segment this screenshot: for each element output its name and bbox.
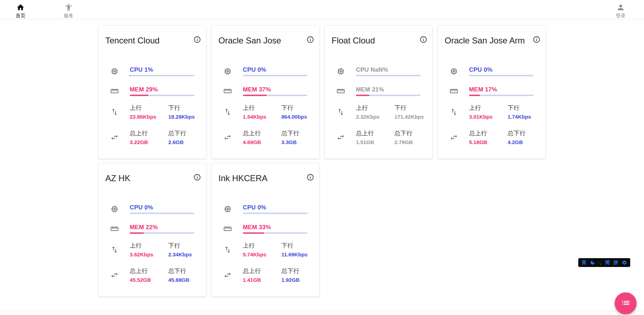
cpu-progress-bar — [243, 213, 308, 214]
total-download-value: 2.6GB — [168, 139, 186, 145]
cpu-meter: CPU 0% — [130, 204, 194, 214]
info-icon[interactable] — [420, 36, 427, 45]
mem-usage-label: MEM 29% — [130, 86, 194, 93]
mem-row: MEM 22% — [110, 224, 194, 234]
cpu-usage-label: CPU 0% — [243, 204, 308, 211]
total-download-label: 总下行 — [281, 129, 299, 138]
total-upload-label: 总上行 — [243, 267, 281, 275]
upload-stat: 上行 2.32Kbps — [356, 104, 394, 120]
mem-progress-bar — [130, 95, 194, 96]
card-header: Oracle San Jose Arm — [438, 26, 545, 46]
upload-value: 5.74Kbps — [243, 251, 281, 258]
download-label: 下行 — [281, 242, 308, 250]
services-icon — [64, 3, 73, 13]
total-download-label: 总下行 — [394, 129, 413, 138]
total-upload-stat: 总上行 45.52GB — [130, 267, 168, 283]
mem-usage-label: MEM 21% — [356, 86, 421, 93]
server-card: Tencent Cloud CPU 1% MEM 29% — [98, 25, 206, 159]
mem-meter: MEM 22% — [130, 224, 194, 234]
swap-vert-icon — [223, 108, 232, 116]
total-upload-value: 45.52GB — [130, 277, 168, 283]
card-header: Float Cloud — [325, 26, 432, 46]
total-upload-value: 5.18GB — [469, 139, 508, 145]
nav-item-login[interactable]: 登录 — [612, 1, 629, 18]
total-download-label: 总下行 — [281, 267, 300, 275]
cpu-progress-bar — [130, 75, 194, 76]
upload-label: 上行 — [130, 242, 168, 250]
swap-horiz-icon — [110, 133, 119, 142]
mem-meter: MEM 21% — [356, 86, 421, 96]
nav-item-services-label: 服务 — [64, 13, 74, 18]
download-label: 下行 — [394, 104, 424, 112]
mem-row: MEM 29% — [110, 86, 194, 96]
download-stat: 下行 18.28Kbps — [168, 104, 195, 120]
ime-language-indicator[interactable]: 英 — [581, 258, 586, 267]
nav-item-services[interactable]: 服务 — [60, 1, 77, 18]
cpu-usage-label: CPU 0% — [469, 66, 534, 73]
download-stat: 下行 864.00bps — [281, 104, 307, 120]
main-content: Tencent Cloud CPU 1% MEM 29% — [0, 25, 644, 297]
info-icon[interactable] — [306, 173, 314, 183]
total-upload-stat: 总上行 1.51GB — [356, 129, 394, 145]
cpu-row: CPU 0% — [450, 66, 534, 76]
info-icon[interactable] — [193, 36, 201, 45]
cpu-row: CPU 0% — [110, 204, 194, 214]
info-icon[interactable] — [193, 173, 201, 183]
totals-row: 总上行 45.52GB 总下行 45.88GB — [110, 267, 194, 283]
mem-progress-bar — [243, 232, 308, 234]
mem-meter: MEM 37% — [243, 86, 308, 96]
upload-label: 上行 — [130, 104, 168, 112]
upload-value: 3.01Kbps — [469, 114, 508, 120]
cpu-chip-icon — [110, 67, 119, 76]
ime-pinyin-indicator[interactable]: 拼 — [613, 258, 618, 267]
speed-columns: 上行 23.86Kbps 下行 18.28Kbps — [130, 104, 195, 120]
upload-stat: 上行 23.86Kbps — [130, 104, 168, 120]
server-card: Float Cloud CPU NaN% MEM 21% — [324, 25, 433, 159]
mem-meter: MEM 17% — [469, 86, 534, 96]
mem-progress-bar — [130, 232, 194, 234]
speed-columns: 上行 5.74Kbps 下行 11.69Kbps — [243, 242, 308, 258]
moon-icon[interactable] — [590, 260, 595, 265]
download-value: 1.74Kbps — [508, 114, 531, 120]
download-label: 下行 — [281, 104, 307, 112]
card-header: Ink HKCERA — [212, 164, 319, 184]
server-list-fab[interactable] — [615, 292, 637, 314]
info-icon[interactable] — [533, 36, 540, 45]
card-header: Oracle San Jose — [212, 26, 319, 46]
cpu-chip-icon — [223, 205, 232, 213]
mem-usage-label: MEM 17% — [469, 86, 534, 93]
total-download-value: 4.2GB — [508, 139, 526, 145]
mem-usage-label: MEM 22% — [130, 224, 194, 231]
mem-row: MEM 17% — [450, 86, 534, 96]
cpu-usage-label: CPU 1% — [130, 66, 194, 73]
ruler-icon — [110, 87, 119, 95]
cpu-meter: CPU 1% — [130, 66, 194, 76]
total-upload-label: 总上行 — [130, 267, 168, 275]
total-upload-label: 总上行 — [130, 129, 168, 138]
upload-value: 3.62Kbps — [130, 251, 168, 258]
upload-label: 上行 — [356, 104, 394, 112]
card-body: CPU 1% MEM 29% 上行 — [99, 66, 206, 145]
ime-punctuation-indicator[interactable]: ·, — [598, 260, 602, 265]
totals-columns: 总上行 1.51GB 总下行 2.79GB — [356, 129, 421, 145]
cpu-chip-icon — [223, 67, 232, 76]
ruler-icon — [450, 87, 458, 95]
gear-icon[interactable] — [622, 260, 627, 265]
mem-progress-bar — [356, 95, 421, 96]
info-icon[interactable] — [306, 36, 314, 45]
total-upload-stat: 总上行 4.69GB — [243, 129, 281, 145]
total-download-label: 总下行 — [168, 129, 186, 138]
speed-row: 上行 3.01Kbps 下行 1.74Kbps — [450, 104, 534, 120]
server-name: Oracle San Jose Arm — [445, 35, 525, 46]
nav-item-login-label: 登录 — [616, 13, 626, 18]
nav-item-home[interactable]: 首页 — [12, 1, 29, 18]
totals-row: 总上行 1.51GB 总下行 2.79GB — [336, 129, 421, 145]
mem-usage-label: MEM 33% — [243, 224, 308, 231]
swap-vert-icon — [450, 108, 458, 116]
ime-simplified-indicator[interactable]: 简 — [605, 258, 610, 267]
totals-columns: 总上行 3.22GB 总下行 2.6GB — [130, 129, 194, 145]
card-body: CPU NaN% MEM 21% 上行 — [325, 66, 432, 145]
total-upload-stat: 总上行 1.41GB — [243, 267, 281, 283]
speed-row: 上行 23.86Kbps 下行 18.28Kbps — [110, 104, 194, 120]
upload-value: 23.86Kbps — [130, 114, 168, 120]
